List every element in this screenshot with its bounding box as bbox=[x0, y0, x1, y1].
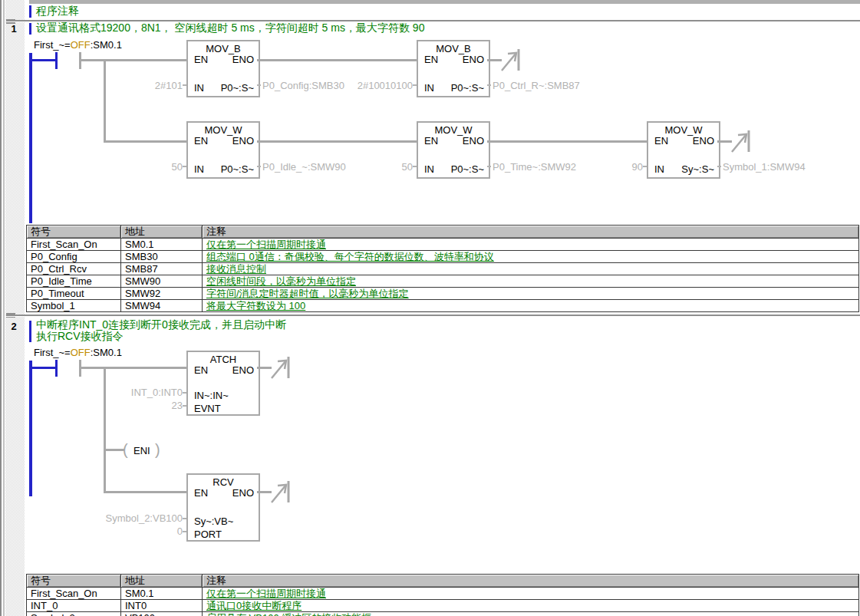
symbol-cell[interactable]: P0_Ctrl_Rcv bbox=[27, 263, 121, 275]
table-row[interactable]: INT_0 INT0 通讯口0接收中断程序 bbox=[27, 599, 858, 611]
symbol-cell[interactable]: P0_Idle_Time bbox=[27, 275, 121, 287]
comment-cell[interactable]: 组态端口 0通信：奇偶校验、每个字符的数据位数、波特率和协议 bbox=[203, 251, 858, 262]
address-cell[interactable]: SMW90 bbox=[121, 275, 203, 287]
pin-tick bbox=[487, 84, 491, 86]
pin-tbl: Sy~:VB~ bbox=[194, 516, 233, 527]
symbol-cell[interactable]: Symbol_2 bbox=[27, 612, 121, 616]
table-row[interactable]: P0_Ctrl_Rcv SMB87 接收消息控制 bbox=[27, 262, 858, 275]
column-header-comment[interactable]: 注释 bbox=[203, 575, 858, 587]
pin-in: IN bbox=[424, 82, 434, 94]
contact-state: OFF bbox=[71, 39, 91, 51]
pin-en: EN bbox=[654, 135, 668, 147]
program-comment-title[interactable]: 程序注释 bbox=[36, 5, 79, 17]
pin-eno: ENO bbox=[232, 135, 254, 147]
network-2-number[interactable]: 2 bbox=[3, 321, 25, 332]
wire bbox=[717, 140, 732, 143]
address-cell[interactable]: SMB30 bbox=[121, 251, 203, 262]
symbol-cell[interactable]: P0_Timeout bbox=[27, 288, 121, 299]
pin-en: EN bbox=[194, 135, 208, 147]
operand-input[interactable]: 50 bbox=[305, 162, 413, 173]
box-title: RCV bbox=[188, 476, 259, 488]
comment-cell[interactable]: 将最大字符数设为 100 bbox=[203, 300, 858, 311]
column-header-address[interactable]: 地址 bbox=[121, 226, 203, 238]
address-cell[interactable]: SMW92 bbox=[121, 288, 203, 299]
operand-input[interactable]: 50 bbox=[75, 162, 183, 173]
contact-address: :SM0.1 bbox=[91, 347, 122, 358]
symbol-cell[interactable]: First_Scan_On bbox=[27, 588, 121, 599]
pin-tick bbox=[183, 531, 186, 532]
address-cell[interactable]: SM0.1 bbox=[121, 588, 203, 599]
pin-tick bbox=[183, 166, 186, 167]
wire bbox=[487, 59, 502, 61]
operand-input[interactable]: 2#10010100 bbox=[305, 81, 413, 91]
comment-cell[interactable]: 仅在第一个扫描周期时接通 bbox=[203, 588, 858, 599]
column-header-comment[interactable]: 注释 bbox=[203, 226, 858, 238]
symbol-table-header: 符号 地址 注释 bbox=[27, 575, 858, 587]
address-cell[interactable]: SM0.1 bbox=[121, 239, 203, 250]
network-1-comment[interactable]: 设置通讯格式19200，8N1， 空闲线超时 5 ms，字符间超时 5 ms，最… bbox=[36, 22, 424, 34]
table-row[interactable]: P0_Timeout SMW92 字符间/消息定时器超时值，以毫秒为单位指定 bbox=[27, 287, 858, 299]
symbol-cell[interactable]: First_Scan_On bbox=[27, 239, 121, 250]
operand-input[interactable]: INT_0:INT0 bbox=[75, 387, 183, 398]
operand-input[interactable]: Symbol_2:VB100 bbox=[75, 513, 183, 524]
network-gutter bbox=[5, 0, 25, 616]
instruction-box-rcv[interactable]: RCV EN ENO Sy~:VB~ PORT bbox=[186, 473, 260, 542]
comment-cell[interactable]: 字符间/消息定时器超时值，以毫秒为单位指定 bbox=[203, 288, 858, 299]
address-cell[interactable]: SMB87 bbox=[121, 263, 203, 275]
operand-input[interactable]: 23 bbox=[75, 400, 183, 411]
instruction-box-mov-w-2[interactable]: MOV_W EN ENO IN P0~:S~ bbox=[417, 121, 490, 179]
contact-left-plate[interactable] bbox=[55, 360, 58, 377]
contact-label[interactable]: First_~=OFF:SM0.1 bbox=[34, 347, 122, 358]
network-separator bbox=[6, 315, 860, 317]
column-header-symbol[interactable]: 符号 bbox=[27, 575, 121, 587]
column-header-address[interactable]: 地址 bbox=[121, 575, 203, 587]
address-cell[interactable]: INT0 bbox=[121, 600, 203, 611]
table-row[interactable]: P0_Config SMB30 组态端口 0通信：奇偶校验、每个字符的数据位数、… bbox=[27, 250, 858, 262]
contact-left-plate[interactable] bbox=[55, 52, 58, 69]
comment-cell[interactable]: 启用具有 VB100 缓冲区的接收功能框 bbox=[203, 612, 858, 616]
instruction-box-mov-b-1[interactable]: MOV_B EN ENO IN P0~:S~ bbox=[186, 40, 260, 97]
operand-output[interactable]: P0_Ctrl_R~:SMB87 bbox=[493, 81, 580, 91]
contact-label[interactable]: First_~=OFF:SM0.1 bbox=[34, 39, 122, 51]
symbol-cell[interactable]: P0_Config bbox=[27, 251, 121, 262]
symbol-cell[interactable]: Symbol_1 bbox=[27, 300, 121, 311]
pin-tick bbox=[257, 166, 261, 167]
network-1-number[interactable]: 1 bbox=[3, 23, 25, 35]
network-2-comment-line-1[interactable]: 中断程序INT_0连接到断开0接收完成，并且启动中断 bbox=[36, 319, 286, 331]
table-row[interactable]: Symbol_2 VB100 启用具有 VB100 缓冲区的接收功能框 bbox=[27, 611, 858, 616]
pin-en: EN bbox=[194, 487, 208, 499]
pin-eno: ENO bbox=[232, 54, 254, 65]
table-row[interactable]: First_Scan_On SM0.1 仅在第一个扫描周期时接通 bbox=[27, 587, 858, 599]
operand-input[interactable]: 90 bbox=[535, 162, 643, 173]
wire bbox=[81, 59, 186, 61]
power-rail bbox=[29, 53, 32, 223]
comment-cell[interactable]: 通讯口0接收中断程序 bbox=[203, 600, 858, 611]
symbol-cell[interactable]: INT_0 bbox=[27, 600, 121, 611]
coil-eni[interactable]: ENI bbox=[133, 445, 150, 456]
branch-wire bbox=[104, 367, 106, 493]
table-row[interactable]: First_Scan_On SM0.1 仅在第一个扫描周期时接通 bbox=[27, 238, 858, 250]
comment-cell[interactable]: 仅在第一个扫描周期时接通 bbox=[203, 239, 858, 250]
symbol-table-1: 符号 地址 注释 First_Scan_On SM0.1 仅在第一个扫描周期时接… bbox=[26, 225, 859, 312]
operand-output[interactable]: Symbol_1:SMW94 bbox=[723, 162, 806, 173]
address-cell[interactable]: VB100 bbox=[121, 612, 203, 616]
pin-tick bbox=[183, 405, 186, 407]
comment-cell[interactable]: 空闲线时间段，以毫秒为单位指定 bbox=[203, 275, 858, 287]
column-header-symbol[interactable]: 符号 bbox=[27, 226, 121, 238]
wire bbox=[106, 140, 186, 143]
pin-en: EN bbox=[424, 54, 438, 65]
operand-input[interactable]: 2#101 bbox=[75, 81, 183, 91]
instruction-box-mov-b-2[interactable]: MOV_B EN ENO IN P0~:S~ bbox=[417, 40, 490, 97]
power-rail bbox=[29, 361, 32, 496]
box-title: ATCH bbox=[188, 354, 259, 365]
box-title: MOV_W bbox=[188, 124, 259, 136]
table-row[interactable]: P0_Idle_Time SMW90 空闲线时间段，以毫秒为单位指定 bbox=[27, 275, 858, 287]
instruction-box-mov-w-3[interactable]: MOV_W EN ENO IN Sy~:S~ bbox=[647, 121, 720, 179]
comment-cell[interactable]: 接收消息控制 bbox=[203, 263, 858, 275]
address-cell[interactable]: SMW94 bbox=[121, 300, 203, 311]
table-row[interactable]: Symbol_1 SMW94 将最大字符数设为 100 bbox=[27, 299, 858, 311]
network-2-comment-line-2[interactable]: 执行RCV接收指令 bbox=[36, 331, 124, 342]
operand-input[interactable]: 0 bbox=[75, 526, 183, 537]
instruction-box-mov-w-1[interactable]: MOV_W EN ENO IN P0~:S~ bbox=[186, 121, 260, 179]
instruction-box-atch[interactable]: ATCH EN ENO IN~:IN~ EVNT bbox=[186, 351, 260, 416]
